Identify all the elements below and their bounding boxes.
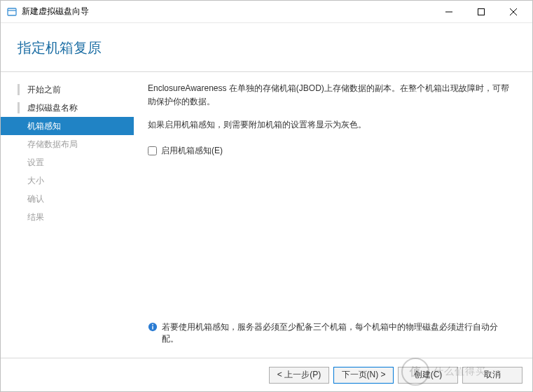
window-title: 新建虚拟磁盘向导: [22, 6, 433, 18]
window-controls: [433, 1, 529, 22]
content-pane: EnclosureAwareness 在单独的存储机箱(JBOD)上存储数据的副…: [134, 72, 532, 358]
nav-step-settings: 设置: [1, 153, 134, 172]
enable-enclosure-checkbox[interactable]: [148, 146, 157, 155]
info-row: 若要使用机箱感知，服务器必须至少配备三个机箱，每个机箱中的物理磁盘必须进行自动分…: [148, 321, 514, 352]
enable-enclosure-label: 启用机箱感知(E): [161, 145, 223, 157]
maximize-button[interactable]: [465, 1, 497, 22]
minimize-button[interactable]: [433, 1, 465, 22]
svg-rect-0: [8, 8, 16, 15]
nav-step-layout: 存储数据布局: [1, 135, 134, 153]
cancel-button[interactable]: 取消: [462, 367, 522, 384]
titlebar: 新建虚拟磁盘向导: [1, 1, 532, 23]
wizard-header: 指定机箱复原: [1, 23, 532, 72]
svg-rect-7: [152, 326, 153, 330]
svg-rect-3: [478, 8, 485, 15]
info-text: 若要使用机箱感知，服务器必须至少配备三个机箱，每个机箱中的物理磁盘必须进行自动分…: [162, 321, 514, 345]
info-icon: [148, 322, 158, 332]
prev-button[interactable]: < 上一步(P): [269, 367, 329, 384]
step-nav: 开始之前 虚拟磁盘名称 机箱感知 存储数据布局 设置 大小 确认 结果: [1, 72, 134, 358]
enable-enclosure-row[interactable]: 启用机箱感知(E): [148, 145, 514, 157]
nav-step-size: 大小: [1, 172, 134, 190]
create-button[interactable]: 创建(C): [398, 367, 458, 384]
nav-step-confirm: 确认: [1, 190, 134, 208]
nav-step-enclosure[interactable]: 机箱感知: [1, 117, 134, 135]
spacer: [148, 157, 514, 321]
wizard-footer: < 上一步(P) 下一页(N) > 创建(C) 取消 值 什么值得买: [1, 358, 532, 391]
description-2: 如果启用机箱感知，则需要附加机箱的设置将显示为灰色。: [148, 118, 514, 132]
next-button[interactable]: 下一页(N) >: [333, 367, 394, 384]
app-icon: [6, 6, 18, 18]
wizard-window: 新建虚拟磁盘向导 指定机箱复原 开始之前 虚拟磁盘名称 机箱感知 存储数据布局 …: [0, 0, 533, 392]
nav-step-begin[interactable]: 开始之前: [1, 80, 134, 99]
page-heading: 指定机箱复原: [18, 38, 532, 57]
description-1: EnclosureAwareness 在单独的存储机箱(JBOD)上存储数据的副…: [148, 82, 514, 108]
nav-step-disk-name[interactable]: 虚拟磁盘名称: [1, 99, 134, 117]
nav-step-result: 结果: [1, 208, 134, 226]
wizard-body: 开始之前 虚拟磁盘名称 机箱感知 存储数据布局 设置 大小 确认 结果 Encl…: [1, 72, 532, 358]
close-button[interactable]: [497, 1, 529, 22]
svg-point-8: [152, 324, 153, 326]
